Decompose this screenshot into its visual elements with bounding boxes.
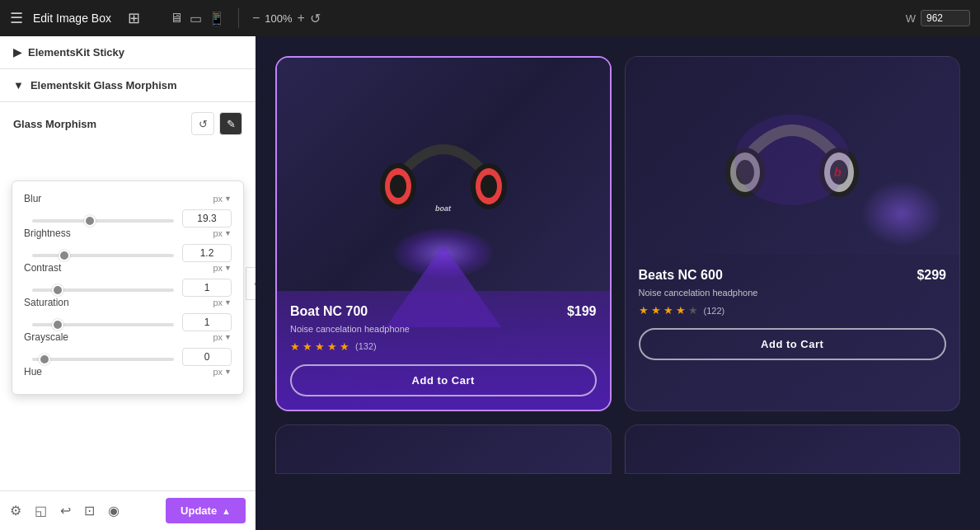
grayscale-label-row: Grayscale px ▼ (24, 331, 232, 343)
grayscale-unit: px ▼ (213, 332, 232, 342)
boat-reviews: (132) (355, 341, 377, 351)
boat-star-5: ★ (340, 340, 349, 353)
saturation-input[interactable] (182, 313, 232, 331)
update-button[interactable]: Update ▲ (166, 498, 246, 523)
saturation-slider-wrap (32, 315, 174, 330)
saturation-unit: px ▼ (213, 298, 232, 307)
blur-unit-chevron: ▼ (224, 195, 232, 203)
bottom-partial-left (275, 424, 612, 474)
template-icon[interactable]: ⊡ (84, 503, 95, 518)
width-label: W (906, 12, 916, 25)
contrast-label-row: Contrast px ▼ (24, 262, 232, 274)
grayscale-slider[interactable] (32, 358, 174, 361)
update-label: Update (181, 504, 217, 517)
topbar-left: ☰ Edit Image Box ⊞ (10, 9, 140, 27)
brightness-slider-wrap (32, 246, 174, 260)
blur-unit: px ▼ (213, 194, 232, 204)
glass-morphism-section-label: Elementskit Glass Morphism (30, 79, 177, 91)
boat-star-2: ★ (302, 340, 312, 353)
brightness-row: Brightness px ▼ (24, 227, 232, 262)
product-card-beats[interactable]: b Beats NC 600 $299 Noise cancelation he… (625, 56, 961, 411)
hue-unit: px ▼ (213, 367, 232, 377)
boat-product-info: Boat NC 700 $199 Noise cancelation headp… (277, 291, 610, 410)
grayscale-label: Grayscale (24, 331, 90, 343)
contrast-row: Contrast px ▼ (24, 262, 232, 297)
glass-morphism-actions: ↺ ✎ (191, 112, 242, 135)
product-card-boat[interactable]: boat Boat NC 700 $199 Noise cancelation … (275, 56, 612, 411)
sticky-section-header[interactable]: ▶ ElementsKit Sticky (13, 46, 242, 59)
contrast-control-row (24, 279, 232, 297)
edit-button[interactable]: ✎ (219, 112, 242, 135)
blur-slider[interactable] (32, 219, 174, 223)
history-icon[interactable]: ↩ (60, 503, 71, 518)
beats-image-area: b (626, 57, 960, 255)
blur-label: Blur (24, 193, 90, 204)
glass-morphism-section-header[interactable]: ▼ Elementskit Glass Morphism (13, 79, 242, 91)
beats-stars: ★ ★ ★ ★ ★ (122) (639, 304, 947, 317)
beats-star-3: ★ (663, 304, 673, 317)
mobile-icon[interactable]: 📱 (209, 11, 225, 26)
svg-point-5 (481, 175, 497, 198)
zoom-in-icon[interactable]: + (298, 11, 305, 26)
glass-morphism-header: Glass Morphism ↺ ✎ (13, 112, 242, 135)
brightness-label: Brightness (24, 227, 90, 239)
saturation-control-row (24, 313, 232, 331)
bottom-icons: ⚙ ◱ ↩ ⊡ ◉ (10, 503, 120, 518)
tablet-icon[interactable]: ▭ (190, 11, 202, 26)
reset-button[interactable]: ↺ (191, 112, 214, 135)
blur-slider-wrap (32, 211, 174, 226)
brightness-slider[interactable] (32, 254, 174, 257)
blur-control-row (24, 209, 232, 227)
boat-add-to-cart-button[interactable]: Add to Cart (290, 364, 597, 396)
svg-text:boat: boat (435, 204, 452, 213)
grayscale-input[interactable] (182, 348, 232, 366)
main-layout: ▶ ElementsKit Sticky ▼ Elementskit Glass… (0, 36, 980, 530)
svg-point-2 (390, 175, 406, 198)
collapse-handle[interactable]: ‹ (246, 267, 256, 300)
beats-glow-effect (860, 181, 943, 246)
saturation-slider[interactable] (32, 323, 174, 326)
desktop-icon[interactable]: 🖥 (170, 11, 183, 26)
width-input[interactable] (921, 10, 970, 26)
blur-input[interactable] (182, 209, 232, 227)
beats-add-to-cart-button[interactable]: Add to Cart (639, 328, 947, 360)
preview-icon[interactable]: ◉ (108, 503, 120, 518)
boat-stars: ★ ★ ★ ★ ★ (132) (290, 340, 597, 353)
contrast-slider-wrap (32, 280, 174, 295)
boat-star-1: ★ (290, 340, 300, 353)
apps-grid-icon[interactable]: ⊞ (128, 9, 140, 27)
brightness-unit: px ▼ (213, 228, 232, 238)
zoom-out-icon[interactable]: − (252, 11, 260, 26)
topbar: ☰ Edit Image Box ⊞ 🖥 ▭ 📱 − 100% + ↺ W (0, 0, 980, 36)
contrast-input[interactable] (182, 279, 232, 297)
hue-label: Hue (24, 366, 90, 378)
brightness-control-row (24, 244, 232, 262)
settings-icon[interactable]: ⚙ (10, 503, 21, 518)
glass-arrow-icon: ▼ (13, 79, 24, 91)
contrast-unit: px ▼ (213, 263, 232, 273)
beats-product-desc: Noise cancelation headphone (639, 288, 947, 298)
saturation-label-row: Saturation px ▼ (24, 297, 232, 308)
brightness-input[interactable] (182, 244, 232, 262)
hamburger-icon[interactable]: ☰ (10, 9, 23, 27)
layers-icon[interactable]: ◱ (35, 503, 47, 518)
contrast-label: Contrast (24, 262, 90, 274)
brightness-unit-chevron: ▼ (224, 229, 232, 237)
bottom-toolbar: ⚙ ◱ ↩ ⊡ ◉ Update ▲ (0, 490, 256, 530)
sticky-arrow-icon: ▶ (13, 46, 21, 59)
grayscale-slider-wrap (32, 349, 174, 364)
boat-product-desc: Noise cancelation headphone (290, 324, 597, 334)
update-chevron-icon: ▲ (222, 506, 231, 516)
boat-image-area: boat (277, 58, 610, 291)
filter-panel: Blur px ▼ Brightness (12, 181, 244, 395)
grayscale-control-row (24, 348, 232, 366)
left-panel: ▶ ElementsKit Sticky ▼ Elementskit Glass… (0, 36, 256, 530)
beats-star-1: ★ (639, 304, 649, 317)
contrast-slider[interactable] (32, 288, 174, 292)
hue-label-row: Hue px ▼ (24, 366, 232, 378)
beats-headphone-image: b (722, 86, 862, 226)
refresh-icon[interactable]: ↺ (310, 11, 321, 26)
glass-morphism-label: Glass Morphism (13, 118, 96, 130)
grayscale-row: Grayscale px ▼ (24, 331, 232, 366)
contrast-unit-chevron: ▼ (224, 264, 232, 272)
